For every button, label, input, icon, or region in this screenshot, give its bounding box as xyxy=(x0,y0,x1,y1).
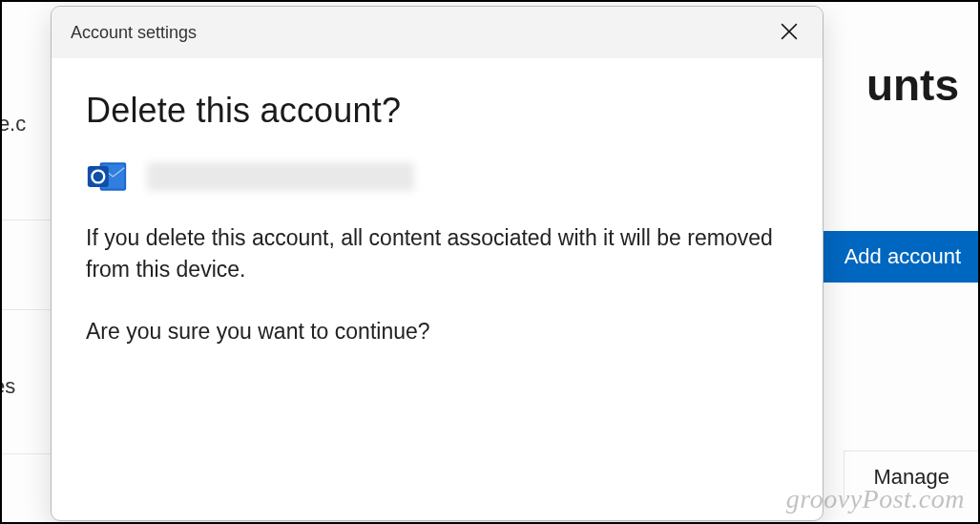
sidebar-text-fragment: ces xyxy=(0,374,15,399)
dialog-header: Account settings xyxy=(52,7,823,58)
close-icon xyxy=(781,23,798,43)
account-email-redacted xyxy=(147,162,414,191)
confirm-text: Are you sure you want to continue? xyxy=(86,319,788,345)
outlook-icon xyxy=(86,156,128,198)
dialog-body: Delete this account? If you delete this … xyxy=(52,58,823,354)
warning-text: If you delete this account, all content … xyxy=(86,222,773,286)
page-title-fragment: unts xyxy=(866,59,959,111)
manage-button[interactable]: Manage xyxy=(844,451,978,503)
delete-account-dialog: Account settings Delete this account? xyxy=(51,6,824,521)
account-row xyxy=(86,156,788,198)
svg-rect-4 xyxy=(88,166,109,187)
dialog-title: Account settings xyxy=(71,23,197,43)
sidebar-text-fragment: ive.c xyxy=(0,112,26,136)
dialog-heading: Delete this account? xyxy=(86,91,788,131)
add-account-button[interactable]: Add account xyxy=(820,231,978,283)
close-button[interactable] xyxy=(775,17,803,49)
